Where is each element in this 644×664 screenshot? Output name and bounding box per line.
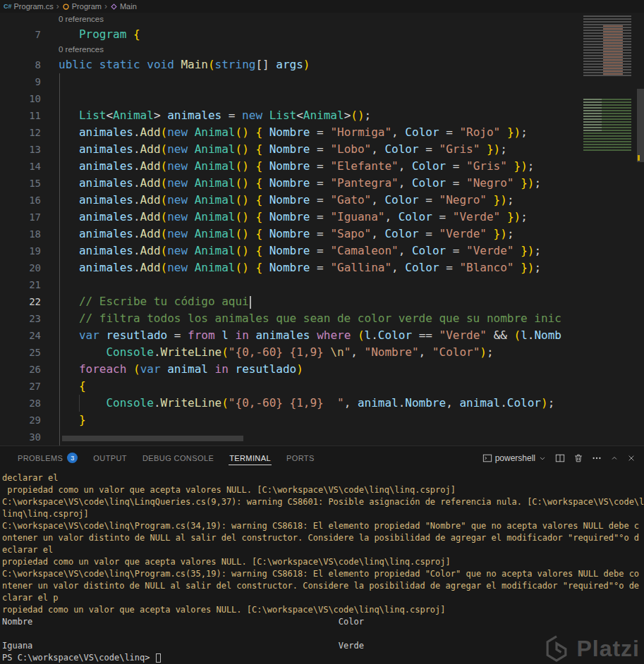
- code-line[interactable]: 21: [0, 276, 644, 293]
- minimap[interactable]: [581, 13, 637, 161]
- scrollbar-thumb[interactable]: [637, 89, 644, 162]
- line-number: 10: [0, 90, 54, 107]
- code-line[interactable]: 28 Console.WriteLine("{0,-60} {1,9} ", a…: [0, 395, 644, 412]
- code-line[interactable]: 20 animales.Add(new Animal() { Nombre = …: [0, 259, 644, 276]
- code-line-content: animales.Add(new Animal() { Nombre = "Pa…: [54, 175, 541, 192]
- breadcrumb-method[interactable]: Main: [110, 2, 137, 11]
- kill-terminal-button[interactable]: [573, 453, 583, 463]
- method-symbol-icon: [110, 3, 118, 11]
- code-line[interactable]: 23 // filtra todos los animales que sean…: [0, 310, 644, 327]
- chevron-right-icon: ›: [104, 1, 107, 11]
- breadcrumb-class-label: Program: [72, 2, 102, 11]
- code-line-content: 0 references: [54, 43, 104, 56]
- code-line[interactable]: 14 animales.Add(new Animal() { Nombre = …: [0, 158, 644, 175]
- line-number: 11: [0, 107, 54, 124]
- code-line[interactable]: 11 List<Animal> animales = new List<Anim…: [0, 107, 644, 124]
- problems-count-badge: 3: [67, 453, 78, 463]
- maximize-panel-button[interactable]: [610, 454, 619, 462]
- code-line[interactable]: 10: [0, 90, 644, 107]
- code-line[interactable]: 19 animales.Add(new Animal() { Nombre = …: [0, 242, 644, 259]
- close-panel-button[interactable]: [627, 454, 636, 462]
- line-number: 15: [0, 175, 54, 192]
- codelens-references[interactable]: 0 references: [0, 43, 644, 56]
- code-line-content: Program {: [54, 26, 140, 43]
- horizontal-scrollbar[interactable]: [54, 436, 579, 441]
- tab-debug-console[interactable]: DEBUG CONSOLE: [135, 446, 221, 469]
- code-line-content: Console.WriteLine("{0,-60} {1,9} \n", "N…: [54, 344, 494, 361]
- tab-label: PROBLEMS: [18, 454, 63, 462]
- tab-ports[interactable]: PORTS: [279, 446, 322, 469]
- code-line[interactable]: 13 animales.Add(new Animal() { Nombre = …: [0, 141, 644, 158]
- code-line[interactable]: 7 Program {: [0, 26, 644, 43]
- split-terminal-button[interactable]: [555, 453, 565, 463]
- code-line-content: animales.Add(new Animal() { Nombre = "Lo…: [54, 141, 507, 158]
- code-line[interactable]: 24 var resutlado = from l in animales wh…: [0, 327, 644, 344]
- terminal-line: Iguana Verde: [2, 640, 644, 652]
- code-line[interactable]: 9: [0, 73, 644, 90]
- code-line-content: foreach (var animal in resutlado): [54, 361, 303, 378]
- breadcrumb-file[interactable]: C# Program.cs: [4, 2, 54, 11]
- terminal-profile-selector[interactable]: powershell: [482, 453, 547, 463]
- breadcrumb-method-label: Main: [120, 2, 137, 11]
- code-line[interactable]: 16 animales.Add(new Animal() { Nombre = …: [0, 192, 644, 209]
- terminal-line: PS C:\workspace\VS\code\linq>: [2, 652, 644, 664]
- line-number: 17: [0, 209, 54, 226]
- split-terminal-icon: [555, 453, 565, 463]
- editor-rows[interactable]: 0 references7 Program {0 references8ubli…: [0, 13, 644, 445]
- terminal-cursor: [156, 653, 161, 663]
- code-line[interactable]: 25 Console.WriteLine("{0,-60} {1,9} \n",…: [0, 344, 644, 361]
- codelens-references[interactable]: 0 references: [0, 13, 644, 26]
- terminal-line: C:\workspace\VS\code\linq\Program.cs(34,…: [2, 520, 644, 532]
- code-line[interactable]: 8ublic static void Main(string[] args): [0, 56, 644, 73]
- text-cursor: [250, 296, 251, 309]
- tab-terminal[interactable]: TERMINAL: [221, 446, 279, 469]
- code-line-content: animales.Add(new Animal() { Nombre = "El…: [54, 158, 534, 175]
- line-number: 9: [0, 73, 54, 90]
- vertical-scrollbar[interactable]: [637, 13, 644, 445]
- trash-icon: [573, 453, 583, 463]
- line-number: 28: [0, 395, 54, 412]
- code-line-content: [54, 73, 59, 90]
- more-actions-button[interactable]: [592, 453, 602, 463]
- line-number: 23: [0, 310, 54, 327]
- line-number: 14: [0, 158, 54, 175]
- terminal-line: Nombre Color: [2, 616, 644, 628]
- tab-label: OUTPUT: [93, 454, 127, 462]
- breadcrumb-file-label: Program.cs: [14, 2, 54, 11]
- code-editor[interactable]: 0 references7 Program {0 references8ubli…: [0, 13, 644, 445]
- tab-label: PORTS: [286, 454, 315, 462]
- code-line[interactable]: 27 {: [0, 378, 644, 395]
- code-line[interactable]: 17 animales.Add(new Animal() { Nombre = …: [0, 209, 644, 226]
- code-line-content: List<Animal> animales = new List<Animal>…: [54, 107, 371, 124]
- terminal-line: propiedad como un valor que acepta valor…: [2, 484, 644, 496]
- terminal-output[interactable]: declarar el propiedad como un valor que …: [0, 469, 644, 664]
- breadcrumb-class[interactable]: Program: [62, 2, 102, 11]
- code-line[interactable]: 18 animales.Add(new Animal() { Nombre = …: [0, 226, 644, 242]
- code-line[interactable]: 15 animales.Add(new Animal() { Nombre = …: [0, 175, 644, 192]
- code-line-content: animales.Add(new Animal() { Nombre = "Ca…: [54, 242, 541, 259]
- code-line[interactable]: 12 animales.Add(new Animal() { Nombre = …: [0, 124, 644, 141]
- line-number: 18: [0, 226, 54, 242]
- code-line-content: 0 references: [54, 13, 104, 26]
- terminal-line: C:\workspace\VS\code\linq\Program.cs(35,…: [2, 568, 644, 580]
- code-line-content: // Escribe tu código aqui: [54, 293, 251, 310]
- code-line[interactable]: 26 foreach (var animal in resutlado): [0, 361, 644, 378]
- code-line[interactable]: 29 }: [0, 412, 644, 429]
- terminal-line: [2, 628, 644, 640]
- terminal-line: linq\linq.csproj]: [2, 508, 644, 520]
- code-line-content: animales.Add(new Animal() { Nombre = "Ho…: [54, 124, 528, 141]
- scrollbar-thumb[interactable]: [62, 436, 243, 441]
- line-number: 21: [0, 276, 54, 293]
- code-line-content: }: [54, 412, 86, 429]
- chevron-down-icon: [538, 454, 547, 462]
- panel-actions: powershell: [482, 453, 636, 463]
- tab-problems[interactable]: PROBLEMS 3: [10, 446, 85, 469]
- terminal-line: propiedad como un valor que acepta valor…: [2, 556, 644, 568]
- tab-output[interactable]: OUTPUT: [85, 446, 135, 469]
- code-line-content: [54, 276, 59, 293]
- code-line-content: ublic static void Main(string[] args): [54, 56, 310, 73]
- line-number: 8: [0, 56, 54, 73]
- code-line[interactable]: 22 // Escribe tu código aqui: [0, 293, 644, 310]
- shell-label: powershell: [495, 453, 535, 463]
- indent-guide: [59, 73, 60, 445]
